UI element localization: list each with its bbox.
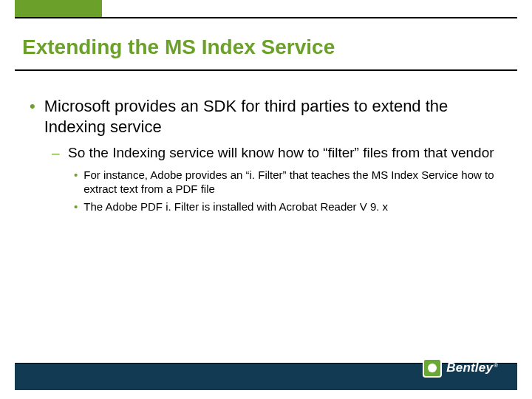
bullet-text: For instance, Adobe provides an “i. Filt… [83, 168, 502, 197]
bullet-level3: • The Adobe PDF i. Filter is installed w… [74, 200, 502, 214]
logo-name: Bentley [446, 361, 493, 375]
title-rule [15, 69, 517, 71]
bullet-text: Microsoft provides an SDK for third part… [44, 96, 502, 137]
logo-mark-icon [423, 358, 442, 378]
disc-icon: • [74, 200, 78, 214]
top-bar [0, 0, 532, 18]
bullet-text: The Adobe PDF i. Filter is installed wit… [83, 200, 388, 214]
bentley-logo: Bentley® [423, 358, 498, 378]
bullet-text: So the Indexing service will know how to… [68, 144, 494, 162]
accent-block [15, 0, 102, 18]
logo-text: Bentley® [446, 361, 498, 375]
logo-glyph-icon [428, 364, 437, 372]
bullet-level3: • For instance, Adobe provides an “i. Fi… [74, 168, 502, 197]
slide: Extending the MS Index Service • Microso… [0, 0, 532, 399]
top-rule [15, 17, 517, 18]
content-area: • Microsoft provides an SDK for third pa… [30, 96, 502, 216]
bullet-level1: • Microsoft provides an SDK for third pa… [30, 96, 502, 137]
footer-bar: Bentley® [15, 364, 517, 390]
registered-icon: ® [494, 362, 498, 369]
dash-icon: – [52, 144, 61, 162]
slide-title: Extending the MS Index Service [22, 35, 510, 59]
disc-icon: • [74, 168, 78, 197]
bullet-level2: – So the Indexing service will know how … [52, 144, 502, 162]
disc-icon: • [30, 96, 35, 137]
